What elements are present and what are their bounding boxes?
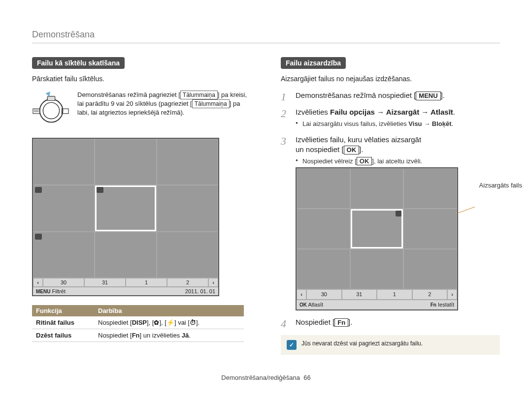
left-section-sub: Pārskatiet failu sīktēlus.: [32, 75, 251, 83]
thumb-cell: [157, 185, 218, 231]
table-row: Dzēst failus Nospiediet [Fn] un izvēliet…: [32, 329, 244, 342]
thumb-cell: [157, 232, 218, 278]
thumb-cell: [350, 249, 404, 289]
grid-tab: 1: [377, 289, 412, 300]
cell-action: Nospiediet [Fn] un izvēlieties Jā.: [94, 329, 244, 342]
svg-point-5: [43, 102, 59, 119]
thumb-cell: [95, 232, 156, 278]
grid-date-tabs: ‹ 30 31 1 2 ›: [297, 289, 457, 300]
function-table: Funkcija Darbība Ritināt failus Nospiedi…: [32, 305, 244, 342]
thumbnail-grid: ‹ 30 31 1 2 › MENU Filtrēt 2011. 01. 01: [32, 138, 219, 296]
note-text: Jūs nevarat dzēst vai pagriezt aizsargāt…: [301, 340, 423, 347]
tabs-right-arrow-icon: ›: [208, 278, 218, 287]
thumb-cell: [33, 139, 95, 185]
tabs-left-arrow-icon: ‹: [33, 278, 43, 287]
ok-button-label: OK: [357, 157, 372, 166]
th-action: Darbība: [94, 305, 244, 316]
ok-tag: OK: [299, 302, 307, 308]
page-title: Demonstrēšana: [32, 30, 500, 43]
footer-filter: Filtrēt: [52, 288, 66, 294]
footer-fn-text: Iestatīt: [438, 302, 454, 308]
zoom-dial-icon: [32, 91, 70, 129]
step-2-sub: Lai aizsargātu visus failus, izvēlieties…: [296, 120, 500, 128]
thumb-cell: [95, 139, 156, 185]
left-section-title: Failu kā sīktēlu skatīšana: [32, 57, 125, 69]
grid-footer-bar: OK Atlasīt Fn Iestatīt: [297, 300, 457, 309]
step-2: Izvēlieties Failu opcijas → Aizsargāt → …: [281, 107, 500, 128]
thumb-cell: [403, 168, 457, 209]
thumb-cell: [403, 249, 457, 289]
th-func: Funkcija: [32, 305, 94, 316]
cell-action: Nospiediet [DISP], [✿], [⚡] vai [⏱].: [94, 316, 244, 329]
right-column: Failu aizsardzība Aizsargājiet failus no…: [281, 57, 500, 355]
step-3: Izvēlieties failu, kuru vēlaties aizsarg…: [281, 135, 500, 310]
svg-rect-6: [47, 96, 55, 101]
step-4: Nospiediet [Fn].: [281, 317, 500, 327]
thumb-cell: [350, 168, 404, 209]
lock-icon: [396, 211, 401, 216]
grid-footer-bar: MENU Filtrēt 2011. 01. 01: [33, 287, 218, 295]
thumb-cell: [33, 232, 95, 278]
thumb-cell: [403, 209, 457, 249]
tabs-left-arrow-icon: ‹: [297, 289, 306, 300]
video-badge-icon: [35, 234, 42, 240]
thumb-cell: [33, 185, 95, 231]
thumbnail-grid-protected: ‹ 30 31 1 2 › OK Atlasīt Fn Iestatīt: [296, 167, 458, 310]
cell-func: Ritināt failus: [32, 316, 94, 329]
step-1: Demonstrēšanas režīmā nospiediet [MENU].: [281, 91, 500, 100]
page-footer: Demonstrēšana/rediģēšana 66: [0, 374, 532, 381]
thumb-cell-selected: [95, 185, 156, 231]
footer-date: 2011. 01. 01: [185, 288, 215, 294]
right-section-sub: Aizsargājiet failus no nejaušas izdzēšan…: [281, 75, 500, 83]
thumb-cell-selected: [350, 209, 404, 249]
left-column: Failu kā sīktēlu skatīšana Pārskatiet fa…: [32, 57, 251, 355]
right-section-title: Failu aizsardzība: [281, 57, 346, 69]
info-icon: ✓: [287, 340, 297, 350]
grid-tab: 2: [412, 289, 448, 300]
step-3-sub: Nospiediet vēlreiz [OK], lai atceltu izv…: [296, 157, 500, 166]
thumb-cell: [157, 139, 218, 185]
thumb-cell: [297, 249, 350, 289]
grid-tab: 2: [167, 278, 208, 287]
video-badge-icon: [35, 187, 42, 193]
tabs-right-arrow-icon: ›: [447, 289, 457, 300]
grid-tab: 31: [84, 278, 126, 287]
grid-tab: 30: [43, 278, 84, 287]
thumb-cell: [297, 168, 350, 209]
fn-button-label: Fn: [334, 318, 348, 327]
table-row: Ritināt failus Nospiediet [DISP], [✿], […: [32, 316, 244, 329]
menu-tag: MENU: [36, 289, 50, 294]
menu-button-label: MENU: [416, 92, 440, 100]
grid-date-tabs: ‹ 30 31 1 2 ›: [33, 278, 218, 287]
video-badge-icon: [97, 187, 103, 193]
grid-tab: 31: [342, 289, 377, 300]
note-box: ✓ Jūs nevarat dzēst vai pagriezt aizsarg…: [281, 335, 500, 355]
protected-file-callout: Aizsargāts fails: [479, 181, 522, 190]
footer-ok-text: Atlasīt: [308, 302, 323, 308]
ok-button-label: OK: [344, 146, 360, 154]
fn-tag: Fn: [431, 302, 436, 308]
thumb-cell: [297, 209, 350, 249]
cell-func: Dzēst failus: [32, 329, 94, 342]
zoom-instructions: Demonstrēšanas režīmā pagrieziet [Tālumm…: [77, 91, 251, 117]
grid-tab: 30: [306, 289, 342, 300]
svg-rect-0: [33, 109, 40, 114]
grid-tab: 1: [126, 278, 167, 287]
